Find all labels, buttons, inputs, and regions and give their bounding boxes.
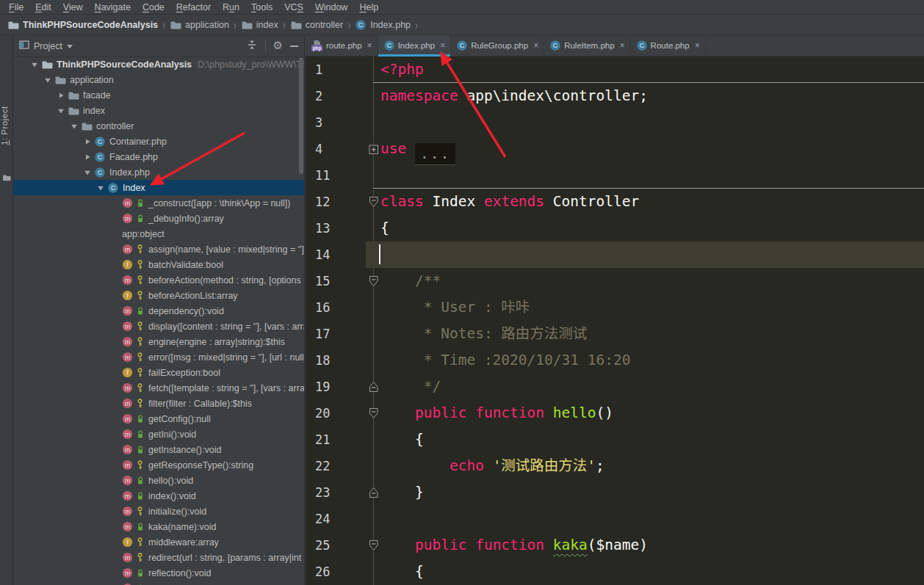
tree-row-batchvalidatebool[interactable]: fbatchValidate:bool (13, 257, 304, 272)
code-token: ($name) (588, 537, 648, 553)
tree-row-dependencyvoid[interactable]: mdependency():void (13, 303, 304, 319)
tree-row-redirecturlstringparamsarr[interactable]: mredirect(url : string, [params : array|… (13, 550, 304, 565)
public-lock-icon (137, 476, 145, 485)
fold-marker-icon[interactable] (369, 407, 379, 422)
close-icon[interactable]: × (367, 40, 372, 51)
tree-row-thinkphpsourcecodeanalysis[interactable]: ThinkPHPSourceCodeAnalysisD:\phpstudy_pr… (13, 57, 304, 72)
chevron-down-icon[interactable] (71, 123, 78, 130)
tree-row-fetchtemplatestringvarsarr[interactable]: mfetch([template : string = ''], [vars :… (13, 380, 304, 396)
tree-row-filterfiltercallablethis[interactable]: mfilter(filter : Callable):$this (13, 396, 304, 411)
tree-row-middlewarearray[interactable]: fmiddleware:array (13, 534, 304, 550)
menu-edit[interactable]: Edit (29, 2, 57, 12)
tree-row-getresponsetypestring[interactable]: mgetResponseType():string (13, 457, 304, 473)
method-icon: m (122, 321, 133, 332)
tree-row-index[interactable]: index (13, 103, 304, 118)
chevron-down-icon[interactable] (44, 76, 51, 84)
close-icon[interactable]: × (695, 40, 700, 51)
protected-key-icon (137, 275, 145, 285)
fold-marker-icon[interactable] (369, 196, 379, 211)
tree-row-_constructappthinkappnull[interactable]: m_construct([app : \think\App = null]) (13, 195, 304, 211)
breadcrumb-item-indexphp[interactable]: CIndex.php (353, 19, 412, 31)
tab-routephp[interactable]: CRoute.php× (631, 35, 706, 56)
folder-icon (81, 120, 93, 132)
menu-view[interactable]: View (57, 2, 89, 12)
tree-row-row[interactable]: m (13, 581, 304, 585)
method-icon: m (122, 506, 133, 517)
tree-row-getinstancevoid[interactable]: mgetInstance():void (13, 442, 304, 457)
member-label: getConfig():null (148, 414, 211, 424)
project-scrollbar[interactable] (299, 57, 303, 174)
menu-tools[interactable]: Tools (245, 2, 278, 12)
menu-run[interactable]: Run (217, 2, 245, 12)
tree-row-engineenginearraystringthi[interactable]: mengine(engine : array|string):$this (13, 334, 304, 349)
svg-text:m: m (125, 554, 131, 562)
minimize-icon[interactable] (290, 46, 298, 47)
menu-navigate[interactable]: Navigate (89, 2, 137, 12)
tree-row-initializevoid[interactable]: minitialize():void (13, 504, 304, 519)
tree-row-indexphp[interactable]: CIndex.php (13, 164, 304, 180)
project-tree: ThinkPHPSourceCodeAnalysisD:\phpstudy_pr… (13, 57, 304, 585)
tree-row-hellovoid[interactable]: mhello():void (13, 473, 304, 488)
tree-row-errormsgmixedstringurlnull[interactable]: merror([msg : mixed|string = ''], [url :… (13, 349, 304, 365)
fold-marker-icon[interactable] (369, 539, 379, 554)
tree-row-_debuginfoarray[interactable]: m_debugInfo():array (13, 211, 304, 226)
line-number: 20 (315, 400, 330, 426)
chevron-down-icon[interactable] (84, 169, 91, 176)
tab-rulegroupphp[interactable]: CRuleGroup.php× (451, 35, 544, 56)
tree-row-indexvoid[interactable]: mindex():void (13, 488, 304, 504)
collapse-all-icon[interactable] (246, 39, 258, 53)
protected-key-icon (137, 352, 145, 362)
code-text: */ (380, 374, 441, 400)
project-panel-title[interactable]: Project (34, 41, 62, 51)
gear-icon[interactable]: ⚙ (273, 40, 283, 51)
chevron-right-icon[interactable] (84, 138, 91, 145)
menu-code[interactable]: Code (137, 2, 170, 12)
fold-marker-icon[interactable] (369, 487, 379, 501)
fold-marker-icon[interactable] (369, 144, 379, 158)
chevron-down-icon[interactable] (57, 107, 65, 115)
tree-row-facade[interactable]: facade (13, 87, 304, 103)
chevron-right-icon[interactable] (57, 92, 65, 99)
tree-row-reflectionvoid[interactable]: mreflection():void (13, 565, 304, 581)
tool-stripe-project[interactable]: 1: Project (0, 82, 13, 169)
tree-row-index[interactable]: CIndex (13, 180, 304, 195)
close-icon[interactable]: × (533, 40, 538, 51)
tree-row-containerphp[interactable]: CContainer.php (13, 134, 304, 149)
menu-file[interactable]: File (3, 2, 29, 12)
tree-row-controller[interactable]: controller (13, 118, 304, 134)
fold-marker-icon[interactable] (369, 381, 379, 396)
tree-row-assignnamevaluemixedstring[interactable]: massign(name, [value : mixed|string = ''… (13, 241, 304, 257)
tree-row-getinivoid[interactable]: mgetIni():void (13, 426, 304, 442)
tree-row-application[interactable]: application (13, 72, 304, 87)
tree-row-displaycontentstringvarsar[interactable]: mdisplay([content : string = ''], [vars … (13, 319, 304, 334)
chevron-down-icon[interactable] (97, 184, 104, 192)
menu-vcs[interactable]: VCS (278, 2, 309, 12)
menu-help[interactable]: Help (353, 2, 384, 12)
chevron-down-icon[interactable] (67, 45, 73, 48)
tree-row-kakanamevoid[interactable]: mkaka(name):void (13, 519, 304, 534)
tree-row-failexceptionbool[interactable]: ffailException:bool (13, 365, 304, 380)
breadcrumb-item-index[interactable]: index (239, 19, 280, 31)
line-number: 22 (315, 453, 330, 479)
code-token: * Time :2020/10/31 16:20 (380, 352, 630, 368)
menu-window[interactable]: Window (309, 2, 353, 12)
tree-row-beforeactionmethodstringop[interactable]: mbeforeAction(method : string, [options … (13, 272, 304, 288)
breadcrumb-item-application[interactable]: application (168, 19, 231, 31)
tab-indexphp[interactable]: CIndex.php× (378, 35, 452, 56)
menu-refactor[interactable]: Refactor (170, 2, 217, 12)
chevron-down-icon[interactable] (31, 61, 38, 68)
tree-row-facadephp[interactable]: CFacade.php (13, 149, 304, 164)
code-editor[interactable]: 1<?php2namespace app\index\controller;34… (306, 57, 924, 585)
breadcrumb-item-controller[interactable]: controller (289, 19, 344, 31)
close-icon[interactable]: × (440, 40, 445, 51)
fold-marker-icon[interactable] (369, 275, 379, 290)
field-icon: f (122, 290, 133, 301)
chevron-right-icon[interactable] (84, 153, 91, 161)
breadcrumb-item-thinkphpsourcecodeanalysis[interactable]: ThinkPHPSourceCodeAnalysis (6, 19, 159, 31)
close-icon[interactable]: × (620, 40, 625, 51)
tree-row-getconfignull[interactable]: mgetConfig():null (13, 411, 304, 426)
tab-routephp[interactable]: phproute.php× (306, 35, 378, 56)
tree-row-appobject[interactable]: app:object (13, 226, 304, 241)
tree-row-beforeactionlistarray[interactable]: fbeforeActionList:array (13, 288, 304, 303)
tab-ruleitemphp[interactable]: CRuleItem.php× (544, 35, 630, 56)
